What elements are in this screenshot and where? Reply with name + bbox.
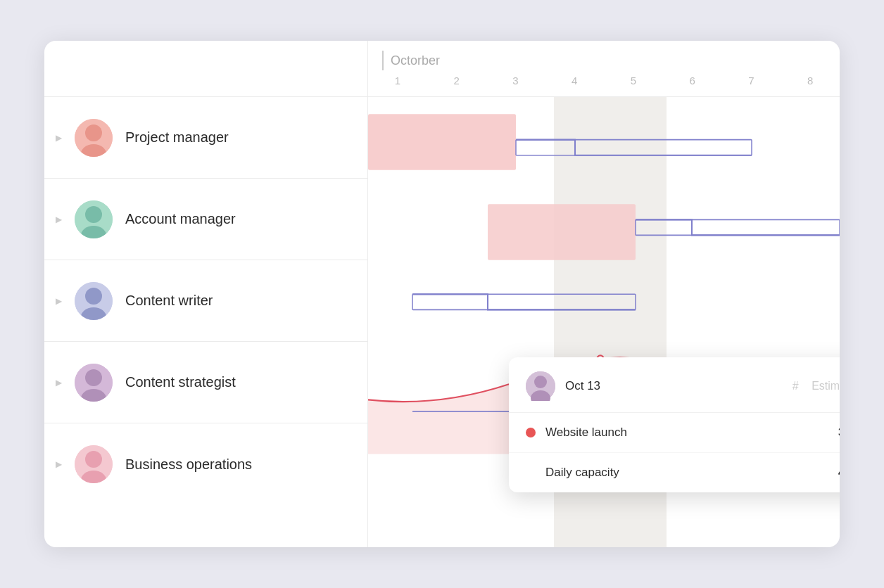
tooltip-task-value: 30h 20m — [838, 426, 840, 440]
chart-panel: Oct 13 # Estimated time Website launch 3… — [368, 97, 840, 547]
tooltip-avatar — [526, 371, 555, 401]
day-2: 2 — [427, 75, 486, 87]
tooltip: Oct 13 # Estimated time Website launch 3… — [509, 357, 840, 492]
person-name: Business operations — [125, 456, 252, 473]
left-panel: ▶ Project manager ▶ Account manager ▶ Co… — [44, 97, 368, 547]
avatar — [75, 364, 113, 402]
svg-rect-19 — [412, 294, 636, 309]
main-card: Octorber 1 2 3 4 5 6 7 8 ▶ Project ma — [44, 41, 840, 547]
avatar — [75, 200, 113, 238]
day-5: 5 — [604, 75, 663, 87]
tooltip-hash-icon: # — [793, 380, 799, 392]
list-item[interactable]: ▶ Project manager — [44, 97, 367, 179]
month-label: Octorber — [391, 53, 440, 68]
expand-arrow-icon[interactable]: ▶ — [56, 215, 62, 224]
svg-point-1 — [85, 124, 102, 141]
left-panel-header — [44, 41, 368, 96]
person-name: Project manager — [125, 129, 229, 146]
month-divider — [382, 51, 384, 70]
svg-rect-18 — [636, 219, 840, 235]
month-label-container: Octorber — [382, 51, 440, 70]
tooltip-date: Oct 13 — [565, 379, 783, 393]
day-7: 7 — [722, 75, 781, 87]
list-item[interactable]: ▶ Business operations — [44, 423, 367, 505]
tooltip-capacity-row: Daily capacity 40h 00m — [509, 453, 840, 492]
svg-rect-16 — [516, 140, 752, 155]
avatar — [75, 282, 113, 320]
svg-point-7 — [85, 288, 102, 305]
tooltip-task-label: Website launch — [545, 426, 838, 440]
tooltip-capacity-value: 40h 00m — [838, 466, 840, 480]
list-item[interactable]: ▶ Content strategist — [44, 342, 367, 423]
expand-arrow-icon[interactable]: ▶ — [56, 296, 62, 306]
svg-point-23 — [534, 376, 547, 388]
tooltip-dot-icon — [526, 428, 536, 437]
avatar — [75, 445, 113, 483]
svg-rect-17 — [488, 204, 636, 260]
expand-arrow-icon[interactable]: ▶ — [56, 133, 62, 143]
day-numbers: 1 2 3 4 5 6 7 8 — [368, 75, 840, 89]
day-8: 8 — [781, 75, 840, 87]
person-name: Account manager — [125, 211, 236, 227]
tooltip-task-row: Website launch 30h 20m — [509, 413, 840, 453]
month-header: Octorber 1 2 3 4 5 6 7 8 — [368, 41, 840, 96]
day-1: 1 — [368, 75, 427, 87]
person-name: Content strategist — [125, 374, 236, 390]
avatar — [75, 119, 113, 157]
day-3: 3 — [486, 75, 545, 87]
svg-point-4 — [85, 206, 102, 223]
svg-point-10 — [85, 369, 102, 386]
day-6: 6 — [663, 75, 722, 87]
person-name: Content writer — [125, 293, 213, 309]
day-4: 4 — [545, 75, 604, 87]
svg-rect-15 — [368, 114, 516, 170]
expand-arrow-icon[interactable]: ▶ — [56, 459, 62, 469]
list-item[interactable]: ▶ Account manager — [44, 179, 367, 260]
header-row: Octorber 1 2 3 4 5 6 7 8 — [44, 41, 840, 97]
list-item[interactable]: ▶ Content writer — [44, 260, 367, 342]
expand-arrow-icon[interactable]: ▶ — [56, 378, 62, 388]
tooltip-header: Oct 13 # Estimated time — [509, 357, 840, 413]
svg-point-13 — [85, 451, 102, 468]
content-area: ▶ Project manager ▶ Account manager ▶ Co… — [44, 97, 840, 547]
tooltip-capacity-label: Daily capacity — [545, 466, 838, 480]
tooltip-estimated-label: Estimated time — [809, 380, 840, 392]
